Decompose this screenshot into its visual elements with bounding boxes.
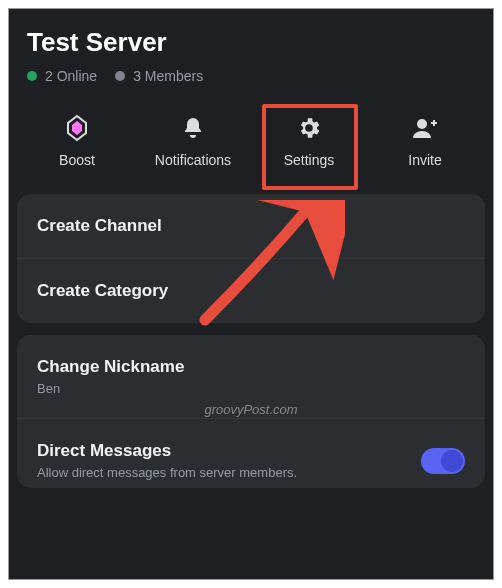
change-nickname-label: Change Nickname [37,357,184,376]
create-card: Create Channel Create Category [17,194,485,323]
nickname-value: Ben [37,381,465,396]
boost-label: Boost [59,152,95,168]
svg-point-2 [417,119,427,129]
bell-icon [181,114,205,142]
online-status: 2 Online [27,68,97,84]
create-category-button[interactable]: Create Category [17,258,485,323]
direct-messages-toggle[interactable] [421,448,465,474]
settings-button[interactable]: Settings [264,114,354,168]
direct-messages-row: Direct Messages Allow direct messages fr… [17,418,485,488]
direct-messages-description: Allow direct messages from server member… [37,465,297,480]
settings-label: Settings [284,152,335,168]
members-count: 3 Members [133,68,203,84]
online-dot-icon [27,71,37,81]
action-bar: Boost Notifications Settings [9,94,493,194]
gear-icon [296,114,322,142]
svg-marker-1 [72,121,82,135]
invite-button[interactable]: Invite [380,114,470,168]
members-dot-icon [115,71,125,81]
boost-icon [66,114,88,142]
create-channel-button[interactable]: Create Channel [17,194,485,258]
boost-button[interactable]: Boost [32,114,122,168]
notifications-label: Notifications [155,152,231,168]
direct-messages-label: Direct Messages [37,441,171,460]
server-title: Test Server [27,27,475,58]
settings-card: Change Nickname Ben Direct Messages Allo… [17,335,485,488]
status-row: 2 Online 3 Members [27,68,475,84]
members-status: 3 Members [115,68,203,84]
invite-icon [411,114,439,142]
change-nickname-button[interactable]: Change Nickname Ben [17,335,485,418]
online-count: 2 Online [45,68,97,84]
toggle-knob-icon [441,450,463,472]
notifications-button[interactable]: Notifications [148,114,238,168]
invite-label: Invite [408,152,441,168]
